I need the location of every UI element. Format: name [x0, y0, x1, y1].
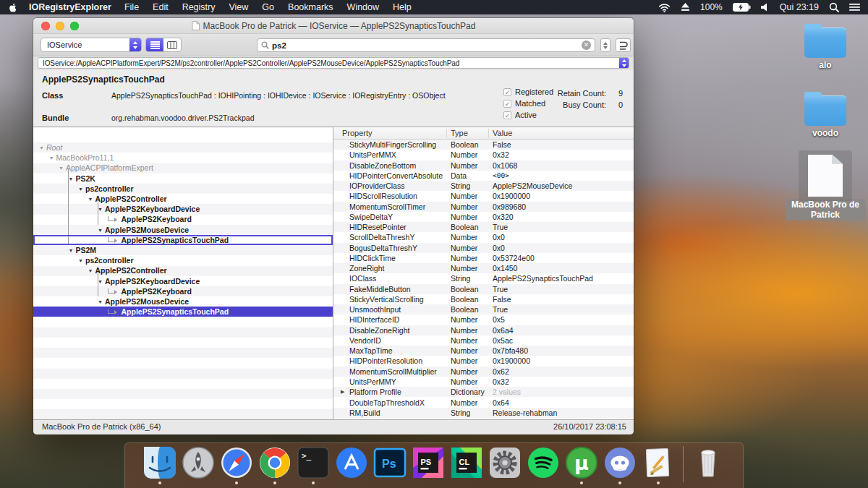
spotlight-search-icon[interactable] — [829, 2, 839, 12]
table-row[interactable]: StickyVerticalScrollingBooleanFalse — [333, 294, 634, 304]
disclosure-triangle-icon[interactable]: ▼ — [69, 246, 76, 256]
plane-selector-dropdown[interactable]: IOService — [41, 38, 142, 52]
table-row[interactable]: VendorIDNumber0x5ac — [333, 335, 634, 346]
document-icon[interactable] — [808, 155, 843, 197]
apple-menu[interactable] — [8, 2, 17, 13]
desktop-icon-macbook-pro-de-patrick[interactable]: MacBook Pro de Patrick — [786, 155, 865, 221]
table-row[interactable]: BogusDeltaThreshYNumber0x0 — [333, 243, 634, 253]
table-row[interactable]: MomentumScrollMultiplierNumber0x62 — [333, 367, 634, 377]
menu-go[interactable]: Go — [262, 2, 274, 12]
table-row[interactable]: SwipeDeltaYNumber0x320 — [333, 212, 634, 222]
search-field[interactable]: ps2 ✕ — [257, 38, 595, 52]
disclosure-triangle-icon[interactable]: ▼ — [98, 226, 105, 236]
table-row[interactable]: DoubleTapThresholdXNumber0x64 — [333, 398, 634, 408]
disclosure-triangle-icon[interactable]: ▼ — [88, 194, 95, 205]
dock-launchpad[interactable] — [182, 446, 215, 484]
menubar-app-name[interactable]: IORegistryExplorer — [29, 2, 111, 12]
menu-help[interactable]: Help — [393, 2, 412, 12]
tree-row[interactable]: ▼ApplePS2MouseDevice — [33, 296, 333, 307]
notification-center-icon[interactable] — [849, 3, 860, 12]
column-header-value[interactable]: Value — [493, 129, 512, 137]
menu-file[interactable]: File — [124, 2, 139, 12]
table-row[interactable]: HIDPointerResolutionNumber0x1900000 — [333, 356, 634, 366]
document-proxy-icon[interactable] — [192, 21, 200, 30]
tree-row[interactable]: ▼Root — [33, 142, 333, 153]
dock-phpstorm[interactable]: PS — [412, 446, 445, 484]
volume-icon[interactable] — [761, 3, 770, 12]
dock-photoshop[interactable]: Ps — [373, 446, 407, 484]
menubar-clock[interactable]: Qui 23:19 — [780, 2, 819, 12]
disclosure-triangle-icon[interactable]: ▼ — [78, 184, 85, 194]
table-row[interactable]: HIDPointerConvertAbsoluteData<00> — [333, 171, 634, 181]
clear-search-icon[interactable]: ✕ — [582, 40, 591, 50]
tree-row[interactable]: ▼PS2K — [33, 174, 333, 184]
table-row[interactable]: UnsmoothInputBooleanTrue — [333, 304, 634, 314]
disclosure-triangle-icon[interactable]: ▼ — [39, 143, 46, 153]
zoom-button[interactable] — [70, 22, 79, 30]
list-view-button[interactable] — [146, 38, 163, 51]
table-row[interactable]: MaxTapTimeNumber0x7bfa480 — [333, 346, 634, 356]
dock-finder[interactable] — [143, 446, 176, 484]
table-row[interactable]: RM,BuildStringRelease-rehabman — [333, 408, 634, 418]
search-input-value[interactable]: ps2 — [272, 41, 579, 50]
disclosure-triangle-icon[interactable]: ▼ — [98, 205, 105, 215]
tree-row[interactable]: ApplePS2SynapticsTouchPad — [33, 235, 333, 245]
table-row[interactable]: HIDScrollResolutionNumber0x1900000 — [333, 191, 634, 201]
dock-trash[interactable] — [692, 446, 725, 484]
disclosure-triangle-icon[interactable]: ▼ — [69, 174, 76, 184]
inspector-toggle-button[interactable] — [616, 38, 631, 52]
table-row[interactable]: ScrollDeltaThreshYNumber0x0 — [333, 232, 634, 242]
tree-row[interactable]: ▼PS2M — [33, 245, 333, 255]
close-button[interactable] — [41, 22, 50, 30]
dock-clion[interactable]: CL — [450, 446, 483, 484]
tree-row[interactable]: ▼ps2controller — [33, 255, 333, 265]
table-row[interactable]: StickyMultiFingerScrollingBooleanFalse — [333, 140, 634, 150]
desktop-icon-voodo[interactable]: voodo — [786, 90, 865, 138]
table-row[interactable]: ▶Platform ProfileDictionary2 values — [333, 387, 634, 397]
tree-row[interactable]: ▼ApplePS2MouseDevice — [33, 225, 333, 235]
tree-row[interactable]: ▼ApplePS2Controller — [33, 194, 333, 204]
minimize-button[interactable] — [56, 22, 64, 30]
table-row[interactable]: IOClassStringApplePS2SynapticsTouchPad — [333, 273, 634, 283]
dock-terminal[interactable]: >_ — [297, 446, 330, 484]
menu-window[interactable]: Window — [347, 2, 379, 12]
tree-row[interactable]: ApplePS2Keyboard — [33, 214, 333, 224]
tree-row[interactable]: ▼ApplePS2KeyboardDevice — [33, 276, 333, 286]
table-row[interactable]: IOProviderClassStringApplePS2MouseDevice — [333, 181, 634, 191]
disclosure-triangle-icon[interactable]: ▼ — [88, 266, 95, 276]
disclosure-triangle-icon[interactable]: ▶ — [341, 387, 344, 397]
table-row[interactable]: HIDResetPointerBooleanTrue — [333, 222, 634, 232]
disclosure-triangle-icon[interactable]: ▼ — [98, 277, 105, 287]
disclosure-triangle-icon[interactable]: ▼ — [78, 256, 85, 266]
tree-row[interactable]: ApplePS2Keyboard — [33, 286, 333, 296]
tree-row[interactable]: ▼MacBookPro11,1 — [33, 153, 333, 163]
dock-app-store[interactable] — [335, 446, 368, 484]
disclosure-triangle-icon[interactable]: ▼ — [49, 153, 56, 163]
dock-system-preferences[interactable] — [488, 446, 522, 484]
tree-row[interactable]: ApplePS2SynapticsTouchPad — [33, 307, 333, 317]
menu-edit[interactable]: Edit — [153, 2, 169, 12]
tree-row[interactable]: ▼ApplePS2Controller — [33, 265, 333, 275]
table-row[interactable]: FakeMiddleButtonBooleanTrue — [333, 284, 634, 294]
table-row[interactable]: UnitsPerMMYNumber0x32 — [333, 377, 634, 387]
disclosure-triangle-icon[interactable]: ▼ — [59, 163, 66, 174]
path-field[interactable]: IOService:/AppleACPIPlatformExpert/PS2M/… — [38, 57, 629, 69]
dock-utorrent[interactable]: µ — [565, 446, 598, 484]
table-row[interactable]: HIDInterfaceIDNumber0x5 — [333, 314, 634, 325]
tree-row[interactable]: ▼ps2controller — [33, 184, 333, 194]
table-row[interactable]: ZoneRightNumber0x1450 — [333, 263, 634, 273]
table-row[interactable]: DisableZoneBottomNumber0x1068 — [333, 160, 634, 171]
table-row[interactable]: MomentumScrollTimerNumber0x989680 — [333, 202, 634, 212]
folder-icon[interactable] — [804, 27, 846, 58]
dock-safari[interactable] — [220, 446, 253, 484]
dock-spotify[interactable] — [527, 446, 560, 484]
table-row[interactable]: HIDClickTimeNumber0x53724e00 — [333, 253, 634, 263]
desktop-icon-alo[interactable]: alo — [786, 22, 865, 70]
dock-discord[interactable] — [603, 446, 637, 484]
table-row[interactable]: UnitsPerMMXNumber0x32 — [333, 150, 634, 160]
column-header-property[interactable]: Property — [342, 129, 373, 137]
tree-row[interactable]: ▼AppleACPIPlatformExpert — [33, 163, 333, 173]
tree-row[interactable]: ▼ApplePS2KeyboardDevice — [33, 204, 333, 214]
eject-icon[interactable] — [681, 3, 690, 12]
title-bar[interactable]: MacBook Pro de Patrick — IOService — App… — [33, 18, 634, 34]
